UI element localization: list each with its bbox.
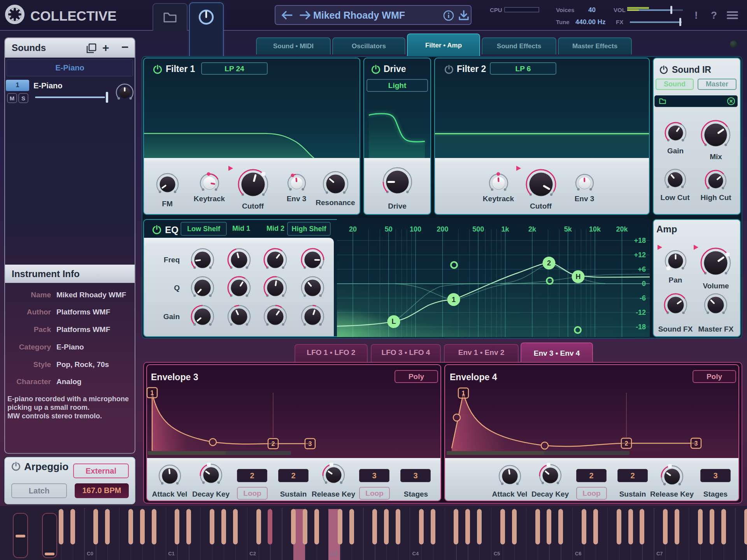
svg-text:-18: -18: [636, 323, 646, 331]
svg-text:1: 1: [452, 296, 456, 304]
svg-text:+6: +6: [638, 265, 646, 273]
svg-text:1k: 1k: [502, 225, 510, 233]
svg-text:500: 500: [472, 225, 484, 233]
svg-text:1: 1: [151, 390, 154, 396]
svg-text:2: 2: [272, 441, 275, 447]
svg-text:2: 2: [547, 259, 551, 267]
svg-text:1: 1: [462, 390, 465, 397]
svg-text:+12: +12: [634, 251, 646, 259]
svg-text:-6: -6: [640, 294, 646, 302]
svg-text:2: 2: [625, 440, 628, 447]
svg-text:5k: 5k: [564, 225, 572, 233]
svg-text:3: 3: [309, 441, 312, 447]
svg-text:20: 20: [349, 225, 357, 233]
svg-text:3: 3: [694, 440, 698, 447]
svg-text:-12: -12: [636, 309, 646, 316]
svg-text:+18: +18: [634, 237, 646, 244]
svg-text:0: 0: [642, 280, 646, 288]
svg-text:L: L: [392, 318, 396, 325]
svg-text:50: 50: [385, 225, 393, 233]
svg-text:20k: 20k: [616, 225, 628, 233]
svg-text:2k: 2k: [528, 225, 537, 233]
svg-text:200: 200: [437, 225, 448, 233]
svg-text:100: 100: [410, 225, 421, 233]
svg-text:H: H: [576, 273, 581, 281]
svg-text:10k: 10k: [589, 225, 601, 233]
